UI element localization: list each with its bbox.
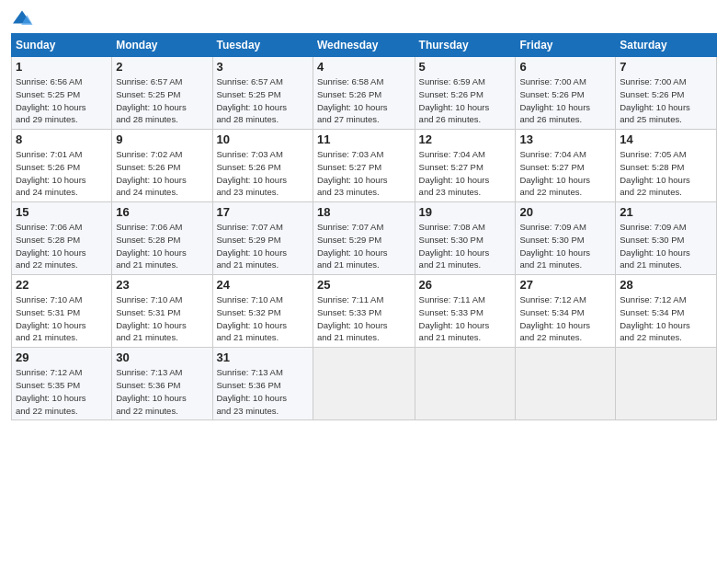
calendar-cell: 22Sunrise: 7:10 AM Sunset: 5:31 PM Dayli…: [12, 275, 112, 348]
calendar-cell: [616, 348, 717, 420]
day-info: Sunrise: 7:02 AM Sunset: 5:26 PM Dayligh…: [116, 148, 208, 199]
calendar-cell: 7Sunrise: 7:00 AM Sunset: 5:26 PM Daylig…: [616, 57, 717, 130]
calendar-cell: 2Sunrise: 6:57 AM Sunset: 5:25 PM Daylig…: [112, 57, 212, 130]
calendar-cell: 30Sunrise: 7:13 AM Sunset: 5:36 PM Dayli…: [112, 348, 212, 420]
day-info: Sunrise: 7:10 AM Sunset: 5:32 PM Dayligh…: [217, 293, 309, 344]
day-number: 14: [620, 132, 712, 146]
day-number: 28: [620, 278, 712, 292]
header-sunday: Sunday: [12, 34, 112, 57]
calendar-cell: 3Sunrise: 6:57 AM Sunset: 5:25 PM Daylig…: [212, 57, 313, 130]
day-info: Sunrise: 7:08 AM Sunset: 5:30 PM Dayligh…: [419, 221, 512, 271]
calendar-cell: 6Sunrise: 7:00 AM Sunset: 5:26 PM Daylig…: [516, 57, 616, 130]
calendar-cell: 26Sunrise: 7:11 AM Sunset: 5:33 PM Dayli…: [415, 275, 516, 348]
header-thursday: Thursday: [415, 34, 516, 57]
day-number: 16: [116, 205, 208, 219]
day-info: Sunrise: 7:12 AM Sunset: 5:35 PM Dayligh…: [16, 366, 108, 417]
calendar-cell: 15Sunrise: 7:06 AM Sunset: 5:28 PM Dayli…: [12, 202, 112, 275]
day-info: Sunrise: 7:09 AM Sunset: 5:30 PM Dayligh…: [519, 221, 611, 271]
day-number: 30: [116, 350, 208, 364]
day-info: Sunrise: 7:10 AM Sunset: 5:31 PM Dayligh…: [16, 293, 108, 344]
day-number: 26: [419, 278, 512, 292]
calendar-cell: 9Sunrise: 7:02 AM Sunset: 5:26 PM Daylig…: [112, 130, 212, 202]
day-number: 21: [620, 205, 712, 219]
week-row-4: 22Sunrise: 7:10 AM Sunset: 5:31 PM Dayli…: [12, 275, 717, 348]
day-number: 4: [317, 60, 411, 74]
day-info: Sunrise: 7:10 AM Sunset: 5:31 PM Dayligh…: [116, 293, 208, 344]
day-info: Sunrise: 7:00 AM Sunset: 5:26 PM Dayligh…: [620, 75, 712, 126]
day-info: Sunrise: 7:04 AM Sunset: 5:27 PM Dayligh…: [419, 148, 512, 199]
day-number: 11: [317, 132, 411, 146]
calendar-cell: [313, 348, 415, 420]
day-number: 18: [317, 205, 411, 219]
calendar-table: SundayMondayTuesdayWednesdayThursdayFrid…: [11, 33, 717, 420]
day-info: Sunrise: 6:59 AM Sunset: 5:26 PM Dayligh…: [419, 75, 512, 126]
day-number: 29: [16, 350, 108, 364]
day-info: Sunrise: 7:07 AM Sunset: 5:29 PM Dayligh…: [317, 221, 411, 271]
calendar-cell: 18Sunrise: 7:07 AM Sunset: 5:29 PM Dayli…: [313, 202, 415, 275]
day-number: 5: [419, 60, 512, 74]
week-row-1: 1Sunrise: 6:56 AM Sunset: 5:25 PM Daylig…: [12, 57, 717, 130]
calendar-cell: 31Sunrise: 7:13 AM Sunset: 5:36 PM Dayli…: [212, 348, 313, 420]
day-info: Sunrise: 7:11 AM Sunset: 5:33 PM Dayligh…: [419, 293, 512, 344]
day-info: Sunrise: 7:03 AM Sunset: 5:26 PM Dayligh…: [217, 148, 309, 199]
header-friday: Friday: [516, 34, 616, 57]
calendar-cell: 1Sunrise: 6:56 AM Sunset: 5:25 PM Daylig…: [12, 57, 112, 130]
header-monday: Monday: [112, 34, 212, 57]
day-info: Sunrise: 6:57 AM Sunset: 5:25 PM Dayligh…: [116, 75, 208, 126]
day-number: 7: [620, 60, 712, 74]
calendar-cell: 24Sunrise: 7:10 AM Sunset: 5:32 PM Dayli…: [212, 275, 313, 348]
calendar-cell: 29Sunrise: 7:12 AM Sunset: 5:35 PM Dayli…: [12, 348, 112, 420]
calendar-cell: 14Sunrise: 7:05 AM Sunset: 5:28 PM Dayli…: [616, 130, 717, 202]
calendar-cell: 25Sunrise: 7:11 AM Sunset: 5:33 PM Dayli…: [313, 275, 415, 348]
day-info: Sunrise: 7:12 AM Sunset: 5:34 PM Dayligh…: [620, 293, 712, 344]
day-info: Sunrise: 7:06 AM Sunset: 5:28 PM Dayligh…: [116, 221, 208, 271]
day-info: Sunrise: 7:01 AM Sunset: 5:26 PM Dayligh…: [16, 148, 108, 199]
day-info: Sunrise: 7:06 AM Sunset: 5:28 PM Dayligh…: [16, 221, 108, 271]
day-info: Sunrise: 7:05 AM Sunset: 5:28 PM Dayligh…: [620, 148, 712, 199]
day-info: Sunrise: 7:03 AM Sunset: 5:27 PM Dayligh…: [317, 148, 411, 199]
day-info: Sunrise: 7:13 AM Sunset: 5:36 PM Dayligh…: [116, 366, 208, 417]
calendar-cell: 21Sunrise: 7:09 AM Sunset: 5:30 PM Dayli…: [616, 202, 717, 275]
day-number: 24: [217, 278, 309, 292]
calendar-cell: 10Sunrise: 7:03 AM Sunset: 5:26 PM Dayli…: [212, 130, 313, 202]
calendar-cell: 17Sunrise: 7:07 AM Sunset: 5:29 PM Dayli…: [212, 202, 313, 275]
day-number: 12: [419, 132, 512, 146]
day-number: 9: [116, 132, 208, 146]
day-number: 1: [16, 60, 108, 74]
calendar-cell: 4Sunrise: 6:58 AM Sunset: 5:26 PM Daylig…: [313, 57, 415, 130]
day-info: Sunrise: 7:00 AM Sunset: 5:26 PM Dayligh…: [519, 75, 611, 126]
calendar-cell: 5Sunrise: 6:59 AM Sunset: 5:26 PM Daylig…: [415, 57, 516, 130]
calendar-cell: 13Sunrise: 7:04 AM Sunset: 5:27 PM Dayli…: [516, 130, 616, 202]
calendar-cell: 20Sunrise: 7:09 AM Sunset: 5:30 PM Dayli…: [516, 202, 616, 275]
day-number: 25: [317, 278, 411, 292]
header-row: SundayMondayTuesdayWednesdayThursdayFrid…: [12, 34, 717, 57]
calendar-cell: 16Sunrise: 7:06 AM Sunset: 5:28 PM Dayli…: [112, 202, 212, 275]
calendar-cell: [415, 348, 516, 420]
day-number: 27: [519, 278, 611, 292]
day-info: Sunrise: 6:56 AM Sunset: 5:25 PM Dayligh…: [16, 75, 108, 126]
day-number: 6: [519, 60, 611, 74]
logo: [11, 9, 37, 28]
calendar-cell: 28Sunrise: 7:12 AM Sunset: 5:34 PM Dayli…: [616, 275, 717, 348]
day-info: Sunrise: 7:07 AM Sunset: 5:29 PM Dayligh…: [217, 221, 309, 271]
day-number: 23: [116, 278, 208, 292]
header: [11, 9, 717, 28]
week-row-5: 29Sunrise: 7:12 AM Sunset: 5:35 PM Dayli…: [12, 348, 717, 420]
calendar-cell: 8Sunrise: 7:01 AM Sunset: 5:26 PM Daylig…: [12, 130, 112, 202]
day-info: Sunrise: 7:11 AM Sunset: 5:33 PM Dayligh…: [317, 293, 411, 344]
day-number: 20: [519, 205, 611, 219]
day-number: 3: [217, 60, 309, 74]
day-info: Sunrise: 6:57 AM Sunset: 5:25 PM Dayligh…: [217, 75, 309, 126]
day-number: 13: [519, 132, 611, 146]
day-number: 17: [217, 205, 309, 219]
header-tuesday: Tuesday: [212, 34, 313, 57]
day-info: Sunrise: 7:04 AM Sunset: 5:27 PM Dayligh…: [519, 148, 611, 199]
day-info: Sunrise: 6:58 AM Sunset: 5:26 PM Dayligh…: [317, 75, 411, 126]
day-number: 8: [16, 132, 108, 146]
header-saturday: Saturday: [616, 34, 717, 57]
day-number: 2: [116, 60, 208, 74]
calendar-cell: 11Sunrise: 7:03 AM Sunset: 5:27 PM Dayli…: [313, 130, 415, 202]
header-wednesday: Wednesday: [313, 34, 415, 57]
week-row-3: 15Sunrise: 7:06 AM Sunset: 5:28 PM Dayli…: [12, 202, 717, 275]
calendar-cell: 27Sunrise: 7:12 AM Sunset: 5:34 PM Dayli…: [516, 275, 616, 348]
